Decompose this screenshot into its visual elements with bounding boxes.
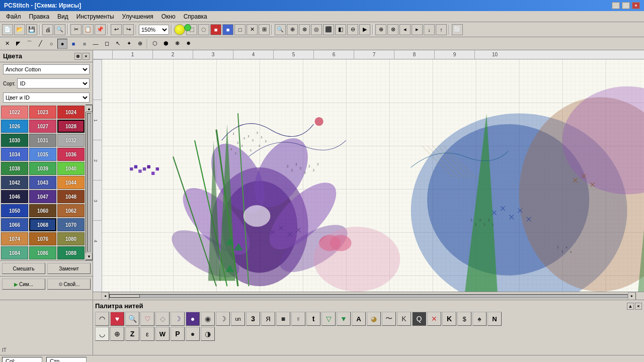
tool5-button[interactable]: ◧ xyxy=(335,24,346,35)
color-swatch-1074[interactable]: 1074 xyxy=(1,232,28,245)
sym-k2[interactable]: K xyxy=(442,312,456,326)
scroll-down-button[interactable]: ▼ xyxy=(86,253,93,260)
sym-z[interactable]: Z xyxy=(125,327,139,341)
brand-select[interactable]: Anchor Cotton xyxy=(3,64,90,74)
minimize-button[interactable]: _ xyxy=(612,2,620,9)
eyedrop-button[interactable]: ✦ xyxy=(124,39,134,49)
sym-diamond[interactable]: ◇ xyxy=(155,312,170,326)
draw-circle-button[interactable]: ○ xyxy=(46,39,56,49)
sym-w[interactable]: W xyxy=(155,327,170,341)
tool4-button[interactable]: ⬛ xyxy=(323,24,334,35)
scroll-right-button[interactable]: ▸ xyxy=(628,292,636,300)
menu-help[interactable]: Справка xyxy=(180,12,211,21)
draw-sq-button[interactable]: ■ xyxy=(79,39,90,49)
sym-heart[interactable]: ♥ xyxy=(110,312,124,326)
color-swatch-1086[interactable]: 1086 xyxy=(29,246,56,259)
color-swatch-1050[interactable]: 1050 xyxy=(1,204,28,217)
sym-spade[interactable]: ♠ xyxy=(472,312,487,326)
sort-select[interactable]: ID xyxy=(17,78,90,88)
scroll-track-h[interactable] xyxy=(109,294,628,298)
redo-button[interactable]: ↪ xyxy=(123,24,134,35)
sym-tri-up[interactable]: ▽ xyxy=(321,312,336,326)
sym-tri-down[interactable]: ▼ xyxy=(337,312,351,326)
zoom-select[interactable]: 150% 100% 200% xyxy=(139,25,169,35)
erase-button[interactable]: ✕ xyxy=(247,24,258,35)
menu-window[interactable]: Окно xyxy=(157,12,180,21)
color-swatch-1043[interactable]: 1043 xyxy=(29,176,56,189)
sym-a[interactable]: A xyxy=(352,312,366,326)
cut-button[interactable]: ✂ xyxy=(70,24,82,35)
paste-button[interactable]: 📌 xyxy=(95,24,106,35)
color-swatch-1047[interactable]: 1047 xyxy=(29,190,56,203)
mix-button[interactable]: Смешать xyxy=(2,263,45,274)
tool8-button[interactable]: ⊕ xyxy=(375,24,386,35)
sym-ya[interactable]: Я xyxy=(261,312,275,326)
tool11-button[interactable]: ▸ xyxy=(412,24,423,35)
tool14-button[interactable]: ⬜ xyxy=(452,24,463,35)
color-swatch-1024[interactable]: 1024 xyxy=(57,106,85,119)
sym-x[interactable]: ✕ xyxy=(427,312,441,326)
color-swatch-1084[interactable]: 1084 xyxy=(1,246,28,259)
tool10-button[interactable]: ◂ xyxy=(399,24,411,35)
palette-close-button[interactable]: × xyxy=(635,303,642,310)
close-button[interactable]: × xyxy=(632,2,640,9)
fill-button[interactable]: ■ xyxy=(210,24,221,35)
scroll-up-button[interactable]: ▲ xyxy=(86,105,93,112)
undo-button[interactable]: ↩ xyxy=(111,24,122,35)
color-swatch-1031[interactable]: 1031 xyxy=(29,134,56,147)
sym-q[interactable]: Q xyxy=(412,312,426,326)
special1-button[interactable]: ⬡ xyxy=(150,39,160,49)
sym-wave[interactable]: 〜 xyxy=(382,312,396,326)
sym-p[interactable]: P xyxy=(171,327,185,341)
special4-button[interactable]: ✸ xyxy=(183,39,193,49)
menu-file[interactable]: Файл xyxy=(2,12,25,21)
sym-arc[interactable]: ◠ xyxy=(95,312,109,326)
special3-button[interactable]: ❋ xyxy=(172,39,182,49)
sym-magnify[interactable]: 🔍 xyxy=(125,312,139,326)
color-swatch-1040[interactable]: 1040 xyxy=(57,162,85,175)
draw-fill-button[interactable]: ● xyxy=(57,39,67,49)
sym-circle-b[interactable]: ● xyxy=(186,327,200,341)
copy-button[interactable]: 📋 xyxy=(83,24,94,35)
sym-moon[interactable]: ☽ xyxy=(171,312,185,326)
sym-venus[interactable]: ♀ xyxy=(291,312,305,326)
sym-k1[interactable]: K xyxy=(397,312,411,326)
color-swatch-1042[interactable]: 1042 xyxy=(1,176,28,189)
tool3-button[interactable]: ◎ xyxy=(311,24,322,35)
scroll-left-button[interactable]: ◂ xyxy=(101,292,109,300)
color-swatch-1022[interactable]: 1022 xyxy=(1,106,28,119)
color-swatch-1027[interactable]: 1027 xyxy=(29,120,56,133)
draw-line-button[interactable]: ╱ xyxy=(35,39,45,49)
sym-square[interactable]: ■ xyxy=(276,312,290,326)
sym-circle[interactable]: ◉ xyxy=(201,312,215,326)
menu-tools[interactable]: Инструменты xyxy=(72,12,118,21)
color-swatch-1035[interactable]: 1035 xyxy=(29,148,56,161)
lasso-button[interactable]: ◌ xyxy=(198,24,209,35)
sym-circle-fill[interactable]: ● xyxy=(186,312,200,326)
tool13-button[interactable]: ↑ xyxy=(436,24,447,35)
rect-button[interactable]: □ xyxy=(234,24,246,35)
menu-edit[interactable]: Правка xyxy=(25,12,54,21)
tool1-button[interactable]: ⊕ xyxy=(287,24,298,35)
color-select-button[interactable]: ■ xyxy=(222,24,233,35)
tool6-button[interactable]: ⊖ xyxy=(347,24,358,35)
zoom-in-button[interactable]: 🔍 xyxy=(275,24,286,35)
color-swatch-1023[interactable]: 1023 xyxy=(29,106,56,119)
print-preview-button[interactable]: 🔍 xyxy=(54,24,65,35)
menu-enhance[interactable]: Улучшения xyxy=(118,12,157,21)
color-swatch-1080[interactable]: 1080 xyxy=(57,232,85,245)
color-swatch-1036[interactable]: 1036 xyxy=(57,148,85,161)
color-swatch-1034[interactable]: 1034 xyxy=(1,148,28,161)
color-swatch-1060[interactable]: 1060 xyxy=(29,204,56,217)
panel-close-button[interactable]: × xyxy=(83,53,90,60)
color-swatch-1088[interactable]: 1088 xyxy=(57,246,85,259)
open-button[interactable]: 📂 xyxy=(14,24,25,35)
tool12-button[interactable]: ↓ xyxy=(424,24,435,35)
sym-3[interactable]: 3 xyxy=(246,312,260,326)
draw-backstitch-button[interactable]: ⌒ xyxy=(24,39,34,49)
color-swatch-1076[interactable]: 1076 xyxy=(29,232,56,245)
sym-un[interactable]: un xyxy=(231,312,245,326)
draw-t-button[interactable]: — xyxy=(91,39,101,49)
color-swatch-1062[interactable]: 1062 xyxy=(57,204,85,217)
sym-dollar[interactable]: $ xyxy=(457,312,471,326)
